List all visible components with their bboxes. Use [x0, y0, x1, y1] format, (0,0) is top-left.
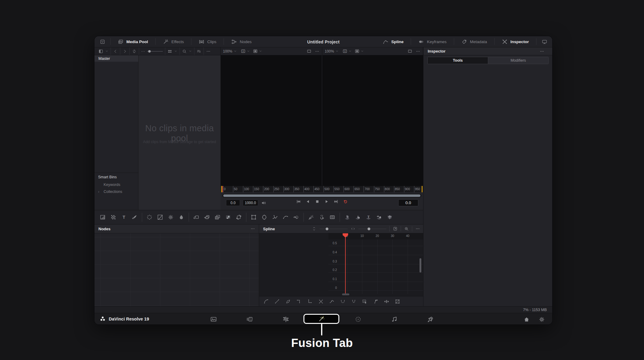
tab-effects[interactable]: Effects — [156, 36, 191, 47]
chevron-down-icon[interactable] — [174, 50, 177, 53]
tab-inspector[interactable]: Inspector — [495, 36, 536, 47]
spline-horizontal-zoom-slider[interactable] — [358, 227, 386, 231]
fusion-tool-matte-control[interactable] — [213, 213, 222, 222]
chevron-down-icon[interactable] — [189, 50, 192, 53]
time-ruler[interactable]: 0501001502002503003504004505005506006507… — [221, 186, 423, 192]
inspector-tab-modifiers[interactable]: Modifiers — [488, 57, 548, 64]
right-viewer-zoom-select[interactable]: 100% — [325, 49, 339, 53]
timeline-scrollbar[interactable] — [223, 194, 420, 197]
skip-start-icon[interactable] — [296, 199, 301, 204]
select-points-icon[interactable] — [362, 299, 368, 304]
node-graph-canvas[interactable] — [94, 233, 259, 306]
step-out-icon[interactable] — [307, 299, 313, 304]
spline-graph[interactable]: 0102030400.50.40.30.20.10 — [259, 233, 423, 296]
page-button-fairlight[interactable] — [390, 315, 398, 323]
render-range-start-marker[interactable] — [221, 186, 222, 192]
shape-box-icon[interactable] — [395, 299, 400, 304]
smart-bin-collections[interactable]: ›Collections — [94, 188, 138, 195]
fusion-tool-bspline-mask[interactable] — [281, 213, 290, 222]
bin-sidebar-icon[interactable] — [98, 49, 103, 54]
fusion-tool-merge[interactable] — [192, 213, 201, 222]
tab-media-pool[interactable]: Media Pool — [111, 36, 155, 47]
fusion-tool-multipoly-mask[interactable] — [292, 213, 301, 222]
audio-mute-icon[interactable] — [261, 200, 266, 206]
slider-handle[interactable] — [326, 228, 328, 230]
chevron-down-icon[interactable] — [105, 50, 108, 53]
fusion-tool-prender[interactable] — [328, 213, 337, 222]
slider-handle[interactable] — [148, 50, 151, 53]
fusion-tool-renderer-3d[interactable] — [385, 213, 394, 222]
fusion-tool-polygon-mask[interactable] — [270, 213, 279, 222]
rect-outline-icon[interactable] — [307, 49, 312, 54]
fusion-tool-shape-3d[interactable] — [353, 213, 362, 222]
nodes-options-icon[interactable] — [250, 226, 255, 231]
fusion-tool-brightnesscontrast[interactable] — [166, 213, 175, 222]
fusion-tool-image-plane-3d[interactable] — [343, 213, 352, 222]
thumbnail-size-slider[interactable] — [147, 49, 163, 53]
search-icon[interactable] — [182, 49, 187, 54]
loop-playback-icon[interactable] — [343, 199, 348, 204]
inspector-tab-tools[interactable]: Tools — [428, 57, 488, 64]
tab-nodes[interactable]: Nodes — [224, 36, 259, 47]
stop-icon[interactable] — [315, 199, 320, 204]
h-scale-icon[interactable] — [351, 226, 355, 231]
fusion-tool-merge-alt[interactable] — [202, 213, 211, 222]
v-scale-icon[interactable] — [312, 226, 317, 231]
home-button[interactable] — [522, 315, 530, 323]
tab-spline[interactable]: Spline — [375, 36, 411, 47]
back-icon[interactable] — [113, 49, 118, 54]
fusion-tool-text-3d[interactable]: T — [364, 213, 373, 222]
forward-icon[interactable] — [122, 49, 127, 54]
fusion-tool-blur[interactable] — [177, 213, 186, 222]
play-icon[interactable] — [324, 199, 329, 204]
fusion-tool-transform[interactable] — [234, 213, 243, 222]
inspector-options-icon[interactable] — [540, 49, 544, 54]
left-viewer-channel-a-button[interactable]: A — [241, 49, 250, 54]
fusion-tool-pspawn[interactable] — [317, 213, 326, 222]
page-button-fusion[interactable] — [317, 315, 325, 323]
play-reverse-icon[interactable] — [305, 199, 310, 204]
tab-clips[interactable]: Clips — [191, 36, 224, 47]
fusion-tool-rectangle-mask[interactable] — [249, 213, 258, 222]
fusion-tool-colorcurves[interactable] — [156, 213, 165, 222]
tab-metadata[interactable]: Metadata — [454, 36, 494, 47]
fusion-tool-merge-3d[interactable] — [375, 213, 384, 222]
reverse-icon[interactable] — [329, 299, 335, 304]
unlink-icon[interactable] — [132, 49, 137, 54]
smooth-icon[interactable] — [263, 299, 269, 304]
ui-layout-dropdown-button[interactable] — [94, 36, 110, 47]
zoom-plus-icon[interactable] — [404, 226, 409, 231]
page-button-edit[interactable] — [282, 315, 290, 323]
more-icon[interactable] — [415, 226, 420, 231]
right-viewer[interactable] — [322, 55, 423, 186]
rect-outline-icon[interactable] — [407, 49, 413, 54]
page-button-media[interactable] — [210, 315, 218, 323]
time-stretch-icon[interactable] — [384, 299, 389, 304]
render-start-field[interactable]: 0.0 — [226, 200, 240, 206]
right-viewer-channel-a-button[interactable]: A — [342, 49, 352, 54]
sort-icon[interactable] — [197, 49, 201, 54]
fusion-tool-pemitter[interactable] — [307, 213, 316, 222]
left-viewer-background-button[interactable] — [253, 49, 262, 54]
timeline-playhead[interactable] — [222, 186, 223, 192]
fusion-tool-text-plus[interactable]: T — [119, 213, 128, 222]
fusion-tool-fastnoise[interactable] — [109, 213, 118, 222]
fusion-tool-channel-booleans[interactable] — [224, 213, 233, 222]
project-settings-button[interactable] — [538, 315, 546, 323]
left-viewer[interactable] — [221, 55, 322, 186]
current-frame-field[interactable]: 0.0 — [398, 199, 418, 206]
linear-icon[interactable] — [274, 299, 280, 304]
chevron-right-icon[interactable]: › — [98, 190, 99, 194]
fusion-tool-background[interactable] — [98, 213, 107, 222]
page-button-cut[interactable] — [246, 315, 254, 323]
page-button-deliver[interactable] — [426, 315, 434, 323]
left-viewer-zoom-select[interactable]: 100% — [223, 49, 237, 53]
slider-handle[interactable] — [368, 228, 370, 230]
smart-bin-keywords[interactable]: Keywords — [94, 181, 138, 188]
loop-icon[interactable] — [340, 299, 346, 304]
spline-playhead[interactable] — [345, 233, 346, 294]
tab-keyframes[interactable]: Keyframes — [411, 36, 454, 47]
fusion-tool-paint[interactable] — [130, 213, 139, 222]
more-icon[interactable] — [315, 49, 320, 54]
insert-key-icon[interactable] — [373, 299, 379, 304]
